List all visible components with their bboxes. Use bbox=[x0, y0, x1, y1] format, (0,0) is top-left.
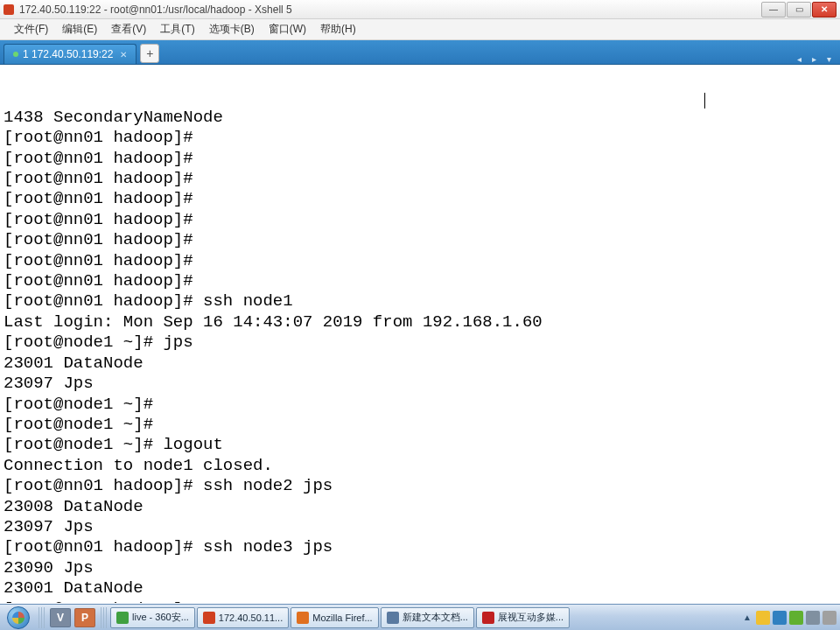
windows-orb-icon bbox=[7, 606, 30, 629]
terminal-line: 23097 Jps bbox=[4, 374, 836, 394]
pinned-powerpoint[interactable]: P bbox=[74, 608, 95, 627]
os-taskbar: VP live - 360安...172.40.50.11...Mozilla … bbox=[0, 604, 840, 630]
task-label: 展视互动多媒... bbox=[498, 611, 564, 624]
tray-network-icon[interactable] bbox=[806, 611, 820, 625]
app-icon bbox=[4, 4, 14, 15]
terminal-line: [root@nn01 hadoop]# ssh node1 bbox=[4, 291, 836, 312]
tab-scroll-left-icon[interactable]: ◂ bbox=[792, 54, 807, 64]
terminal-line: 23001 DataNode bbox=[4, 354, 836, 374]
terminal-line: 1438 SecondaryNameNode bbox=[4, 108, 836, 128]
taskbar-pinned-area: VP bbox=[46, 608, 99, 627]
task-label: live - 360安... bbox=[132, 611, 189, 624]
terminal-line: Last login: Mon Sep 16 14:43:07 2019 fro… bbox=[4, 312, 836, 332]
task-xshell-session[interactable]: 172.40.50.11... bbox=[197, 607, 289, 628]
task-label: 新建文本文档... bbox=[402, 611, 468, 624]
taskbar-separator bbox=[38, 607, 45, 628]
task-icon bbox=[482, 612, 494, 624]
close-button[interactable]: ✕ bbox=[812, 2, 836, 18]
tab-dropdown-icon[interactable]: ▾ bbox=[822, 54, 836, 64]
terminal-line: 23097 Jps bbox=[4, 517, 836, 537]
terminal-line: [root@node1 ~]# logout bbox=[4, 435, 836, 455]
window-title-bar: 172.40.50.119:22 - root@nn01:/usr/local/… bbox=[0, 0, 840, 19]
task-label: 172.40.50.11... bbox=[219, 612, 283, 623]
session-tab[interactable]: 1 172.40.50.119:22 ✕ bbox=[4, 44, 136, 64]
new-tab-button[interactable]: + bbox=[140, 44, 159, 63]
menu-view[interactable]: 查看(V) bbox=[104, 19, 153, 39]
terminal-line: [root@nn01 hadoop]# bbox=[4, 210, 836, 230]
tray-help-icon[interactable] bbox=[773, 611, 787, 625]
terminal-line: [root@nn01 hadoop]# bbox=[4, 271, 836, 291]
terminal-line: 23090 Jps bbox=[4, 558, 836, 578]
tab-scroll-right-icon[interactable]: ▸ bbox=[807, 54, 822, 64]
text-caret-icon bbox=[704, 93, 705, 108]
terminal-output: 1438 SecondaryNameNode[root@nn01 hadoop]… bbox=[4, 108, 836, 603]
terminal-line: [root@nn01 hadoop]# ssh node2 jps bbox=[4, 476, 836, 496]
task-icon bbox=[116, 612, 129, 624]
task-icon bbox=[387, 612, 399, 624]
task-browser-live[interactable]: live - 360安... bbox=[110, 607, 195, 628]
terminal-line: 23001 DataNode bbox=[4, 578, 836, 598]
task-firefox[interactable]: Mozilla Firef... bbox=[290, 607, 378, 628]
terminal-line: Connection to node1 closed. bbox=[4, 456, 836, 476]
tray-update-icon[interactable] bbox=[789, 611, 803, 625]
maximize-button[interactable]: ▭ bbox=[787, 2, 811, 18]
terminal-line: [root@nn01 hadoop]# bbox=[4, 599, 836, 603]
minimize-button[interactable]: — bbox=[761, 2, 786, 18]
tab-close-icon[interactable]: ✕ bbox=[120, 50, 127, 60]
terminal-line: [root@nn01 hadoop]# bbox=[4, 169, 836, 189]
taskbar-tasks-area: live - 360安...172.40.50.11...Mozilla Fir… bbox=[108, 607, 571, 628]
menu-edit[interactable]: 编辑(E) bbox=[55, 19, 104, 39]
menu-tools[interactable]: 工具(T) bbox=[153, 19, 201, 39]
tray-overflow-icon[interactable]: ▲ bbox=[741, 612, 753, 622]
tab-strip: 1 172.40.50.119:22 ✕ + ◂ ▸ ▾ bbox=[0, 40, 840, 65]
terminal-pane[interactable]: 1438 SecondaryNameNode[root@nn01 hadoop]… bbox=[0, 65, 840, 603]
terminal-line: [root@node1 ~]# bbox=[4, 395, 836, 415]
pinned-vnc[interactable]: V bbox=[50, 608, 71, 627]
system-tray: ▲ bbox=[738, 611, 840, 625]
terminal-line: [root@nn01 hadoop]# bbox=[4, 230, 836, 250]
task-icon bbox=[203, 612, 215, 624]
terminal-line: [root@nn01 hadoop]# ssh node3 jps bbox=[4, 537, 836, 557]
tray-volume-icon[interactable] bbox=[822, 611, 836, 625]
terminal-line: [root@node1 ~]# bbox=[4, 415, 836, 435]
window-title: 172.40.50.119:22 - root@nn01:/usr/local/… bbox=[19, 4, 760, 16]
taskbar-separator bbox=[101, 607, 107, 628]
menu-file[interactable]: 文件(F) bbox=[7, 19, 55, 39]
task-icon bbox=[297, 612, 309, 624]
window-controls: — ▭ ✕ bbox=[760, 2, 836, 18]
start-button[interactable] bbox=[0, 605, 37, 631]
tray-security-icon[interactable] bbox=[756, 611, 770, 625]
terminal-line: 23008 DataNode bbox=[4, 497, 836, 517]
terminal-line: [root@nn01 hadoop]# bbox=[4, 128, 836, 148]
tab-label: 1 172.40.50.119:22 bbox=[23, 48, 113, 60]
task-notepad[interactable]: 新建文本文档... bbox=[381, 607, 474, 628]
task-label: Mozilla Firef... bbox=[312, 612, 372, 623]
menu-help[interactable]: 帮助(H) bbox=[313, 19, 363, 39]
menu-tabs[interactable]: 选项卡(B) bbox=[202, 19, 262, 39]
terminal-line: [root@nn01 hadoop]# bbox=[4, 189, 836, 209]
task-media[interactable]: 展视互动多媒... bbox=[476, 607, 570, 628]
menu-bar: 文件(F) 编辑(E) 查看(V) 工具(T) 选项卡(B) 窗口(W) 帮助(… bbox=[0, 19, 840, 40]
menu-window[interactable]: 窗口(W) bbox=[262, 19, 313, 39]
terminal-line: [root@node1 ~]# jps bbox=[4, 332, 836, 353]
terminal-line: [root@nn01 hadoop]# bbox=[4, 251, 836, 271]
connection-status-icon bbox=[13, 52, 18, 57]
terminal-line: [root@nn01 hadoop]# bbox=[4, 149, 836, 169]
